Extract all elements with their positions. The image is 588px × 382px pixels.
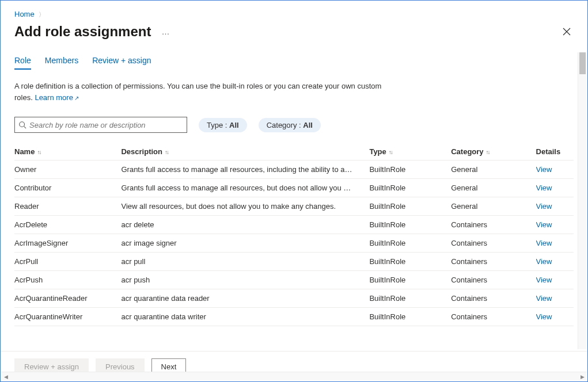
breadcrumb: Home 〉 <box>1 1 587 19</box>
role-description: Grants full access to manage all resourc… <box>121 179 369 197</box>
role-name: AcrPull <box>14 253 121 271</box>
role-type: BuiltInRole <box>369 216 451 234</box>
close-button[interactable] <box>560 25 574 39</box>
role-description: acr image signer <box>121 234 369 253</box>
role-type: BuiltInRole <box>369 197 451 216</box>
col-details: Details <box>536 143 574 161</box>
close-icon <box>563 28 571 36</box>
table-header-row: Name↑↓ Description↑↓ Type↑↓ Category↑↓ D… <box>14 143 574 161</box>
tab-members[interactable]: Members <box>45 56 78 70</box>
view-link[interactable]: View <box>536 165 552 174</box>
table-row[interactable]: AcrPullacr pullBuiltInRoleContainersView <box>14 253 574 271</box>
role-category: General <box>451 197 536 216</box>
col-description[interactable]: Description↑↓ <box>121 143 369 161</box>
role-description: acr pull <box>121 253 369 271</box>
role-name: AcrImageSigner <box>14 234 121 253</box>
role-description: Grants full access to manage all resourc… <box>121 161 369 179</box>
page-title: Add role assignment <box>14 24 151 40</box>
role-category: General <box>451 161 536 179</box>
view-link[interactable]: View <box>536 257 552 266</box>
col-category[interactable]: Category↑↓ <box>451 143 536 161</box>
role-category: Containers <box>451 289 536 308</box>
sort-icon: ↑↓ <box>389 149 392 155</box>
role-type: BuiltInRole <box>369 234 451 253</box>
table-row[interactable]: ReaderView all resources, but does not a… <box>14 197 574 216</box>
vertical-scrollbar[interactable] <box>578 52 587 349</box>
role-name: Contributor <box>14 179 121 197</box>
role-category: Containers <box>451 234 536 253</box>
role-description: acr delete <box>121 216 369 234</box>
view-link[interactable]: View <box>536 202 552 211</box>
role-type: BuiltInRole <box>369 179 451 197</box>
role-name: AcrQuarantineReader <box>14 289 121 308</box>
role-name: Owner <box>14 161 121 179</box>
learn-more-link[interactable]: Learn more↗ <box>35 93 78 102</box>
filter-category[interactable]: Category : All <box>259 118 321 132</box>
roles-table: Name↑↓ Description↑↓ Type↑↓ Category↑↓ D… <box>14 143 574 326</box>
role-category: General <box>451 179 536 197</box>
sort-icon: ↑↓ <box>37 149 40 155</box>
scrollbar-thumb[interactable] <box>579 52 586 74</box>
view-link[interactable]: View <box>536 312 552 321</box>
table-row[interactable]: AcrImageSigneracr image signerBuiltInRol… <box>14 234 574 253</box>
horizontal-scrollbar[interactable]: ◀ ▶ <box>1 372 587 381</box>
role-description: View all resources, but does not allow y… <box>121 197 369 216</box>
filter-type[interactable]: Type : All <box>199 118 247 132</box>
col-name[interactable]: Name↑↓ <box>14 143 121 161</box>
role-name: Reader <box>14 197 121 216</box>
tab-review-assign[interactable]: Review + assign <box>92 56 151 70</box>
table-row[interactable]: OwnerGrants full access to manage all re… <box>14 161 574 179</box>
role-name: AcrQuarantineWriter <box>14 308 121 326</box>
role-category: Containers <box>451 216 536 234</box>
view-link[interactable]: View <box>536 220 552 229</box>
sort-icon: ↑↓ <box>486 149 490 155</box>
intro-text: A role definition is a collection of per… <box>14 81 383 103</box>
svg-point-2 <box>20 122 25 127</box>
role-type: BuiltInRole <box>369 271 451 289</box>
table-row[interactable]: AcrQuarantineWriteracr quarantine data w… <box>14 308 574 326</box>
role-category: Containers <box>451 253 536 271</box>
role-name: AcrPush <box>14 271 121 289</box>
tab-role[interactable]: Role <box>14 56 31 70</box>
table-row[interactable]: AcrPushacr pushBuiltInRoleContainersView <box>14 271 574 289</box>
search-input[interactable] <box>29 121 183 129</box>
svg-line-3 <box>24 127 26 129</box>
search-input-wrapper[interactable] <box>14 117 187 133</box>
sort-icon: ↑↓ <box>165 149 168 155</box>
view-link[interactable]: View <box>536 276 552 284</box>
scroll-left-icon[interactable]: ◀ <box>1 374 10 380</box>
chevron-right-icon: 〉 <box>39 11 45 18</box>
role-description: acr quarantine data writer <box>121 308 369 326</box>
role-category: Containers <box>451 271 536 289</box>
role-description: acr quarantine data reader <box>121 289 369 308</box>
table-row[interactable]: ContributorGrants full access to manage … <box>14 179 574 197</box>
table-row[interactable]: AcrDeleteacr deleteBuiltInRoleContainers… <box>14 216 574 234</box>
role-category: Containers <box>451 308 536 326</box>
role-type: BuiltInRole <box>369 253 451 271</box>
col-type[interactable]: Type↑↓ <box>369 143 451 161</box>
view-link[interactable]: View <box>536 294 552 303</box>
role-description: acr push <box>121 271 369 289</box>
role-type: BuiltInRole <box>369 308 451 326</box>
more-actions-button[interactable]: … <box>159 26 172 37</box>
view-link[interactable]: View <box>536 184 552 192</box>
role-type: BuiltInRole <box>369 289 451 308</box>
table-row[interactable]: AcrQuarantineReaderacr quarantine data r… <box>14 289 574 308</box>
role-name: AcrDelete <box>14 216 121 234</box>
external-link-icon: ↗ <box>74 95 79 101</box>
role-type: BuiltInRole <box>369 161 451 179</box>
tabs: Role Members Review + assign <box>14 56 574 70</box>
view-link[interactable]: View <box>536 239 552 247</box>
scroll-right-icon[interactable]: ▶ <box>578 374 587 380</box>
search-icon <box>18 121 26 129</box>
breadcrumb-home[interactable]: Home <box>14 10 35 18</box>
